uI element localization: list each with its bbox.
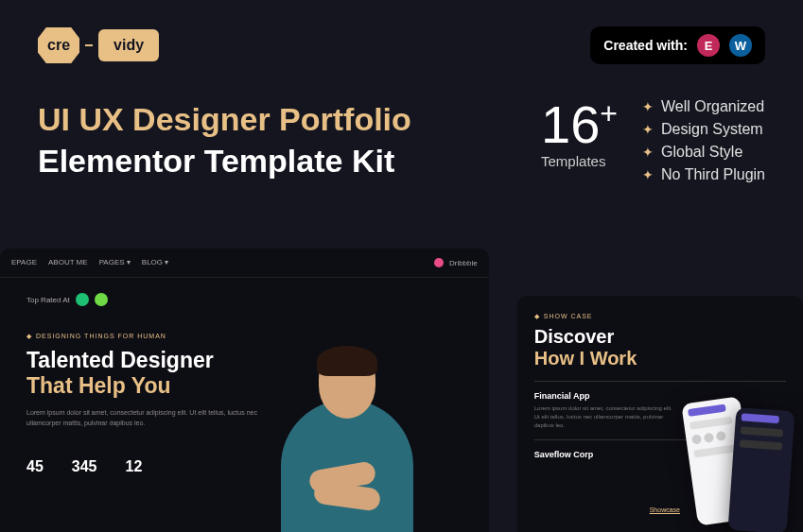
dribbble-label[interactable]: Dribbble bbox=[449, 259, 478, 267]
stat: 12 bbox=[126, 458, 143, 475]
logo-right: vidy bbox=[98, 29, 159, 61]
preview-row: EPAGE ABOUT ME PAGES ▾ BLOG ▾ Dribbble T… bbox=[0, 249, 803, 532]
hero-description: Lorem ipsum dolor sit amet, consectetur … bbox=[26, 408, 272, 428]
nav-item[interactable]: PAGES ▾ bbox=[99, 258, 131, 267]
preview-card-hero: EPAGE ABOUT ME PAGES ▾ BLOG ▾ Dribbble T… bbox=[0, 249, 489, 532]
sparkle-icon: ✦ bbox=[642, 122, 654, 137]
nav-item[interactable]: ABOUT ME bbox=[48, 258, 88, 267]
showcase-title-line2: How I Work bbox=[534, 348, 786, 369]
elementor-icon: E bbox=[697, 34, 720, 57]
templates-label: Templates bbox=[541, 153, 618, 169]
header: cre vidy Created with: E W bbox=[0, 0, 803, 64]
feature-list: ✦Well Organized ✦Design System ✦Global S… bbox=[642, 98, 765, 183]
nav-item[interactable]: EPAGE bbox=[11, 258, 37, 267]
upwork-icon bbox=[95, 293, 108, 306]
headline-gold: UI UX Designer Portfolio bbox=[38, 98, 494, 140]
template-number: 16+ bbox=[541, 98, 618, 151]
phone-mockups bbox=[690, 371, 803, 532]
nav-item[interactable]: BLOG ▾ bbox=[142, 258, 168, 267]
preview-card-showcase: ◆SHOW CASE Discover How I Work Financial… bbox=[517, 296, 803, 532]
feature-item: ✦Design System bbox=[642, 121, 765, 138]
fiverr-icon bbox=[76, 293, 89, 306]
stat: 345 bbox=[72, 458, 97, 475]
main-row: UI UX Designer Portfolio Elementor Templ… bbox=[0, 64, 803, 183]
brand-logo: cre vidy bbox=[38, 27, 159, 63]
dribbble-icon bbox=[434, 258, 444, 267]
headline: UI UX Designer Portfolio Elementor Templ… bbox=[38, 98, 494, 183]
top-rated-label: Top Rated At bbox=[26, 296, 70, 304]
showcase-tag: ◆SHOW CASE bbox=[534, 313, 786, 320]
showcase-link[interactable]: Showcase bbox=[650, 506, 680, 513]
headline-white: Elementor Template Kit bbox=[38, 140, 494, 181]
wordpress-icon: W bbox=[729, 34, 752, 57]
top-rated: Top Rated At bbox=[0, 278, 489, 314]
feature-item: ✦Global Style bbox=[642, 144, 765, 161]
sparkle-icon: ✦ bbox=[642, 167, 654, 182]
logo-connector bbox=[85, 44, 93, 46]
feature-item: ✦Well Organized bbox=[642, 98, 765, 115]
app-description: Lorem ipsum dolor sit amet, consectetur … bbox=[534, 404, 676, 430]
created-with-label: Created with: bbox=[603, 38, 688, 53]
right-column: 16+ Templates ✦Well Organized ✦Design Sy… bbox=[541, 98, 765, 183]
phone-dark bbox=[728, 407, 795, 532]
created-with-badge: Created with: E W bbox=[590, 26, 765, 64]
stat: 45 bbox=[26, 458, 44, 475]
person-illustration bbox=[262, 315, 432, 532]
showcase-title-line1: Discover bbox=[534, 326, 786, 348]
sparkle-icon: ✦ bbox=[642, 145, 654, 160]
template-count: 16+ Templates bbox=[541, 98, 618, 169]
feature-item: ✦No Third Plugin bbox=[642, 166, 765, 183]
preview-nav: EPAGE ABOUT ME PAGES ▾ BLOG ▾ Dribbble bbox=[0, 249, 489, 278]
sparkle-icon: ✦ bbox=[642, 99, 654, 114]
nav-right: Dribbble bbox=[434, 258, 478, 267]
logo-left: cre bbox=[38, 27, 79, 63]
